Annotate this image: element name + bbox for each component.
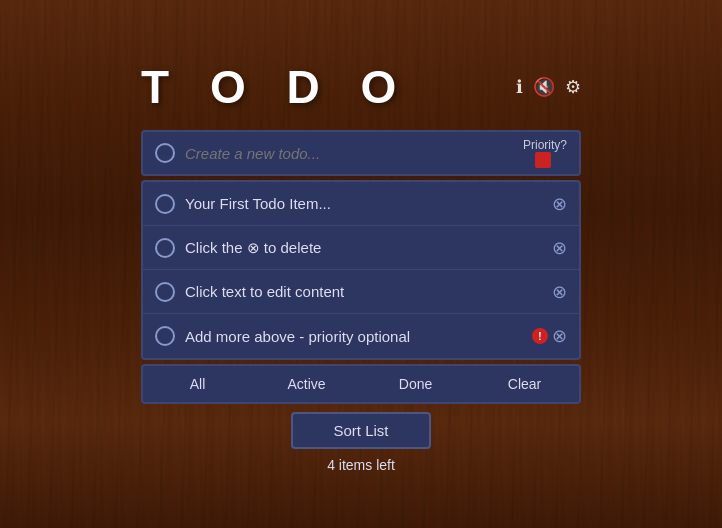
info-icon[interactable]: ℹ bbox=[516, 76, 523, 98]
filter-all-button[interactable]: All bbox=[143, 366, 252, 402]
delete-icon-4[interactable]: ⊗ bbox=[552, 327, 567, 345]
app-container: T O D O ℹ 🔇 ⚙ Priority? Your First Todo … bbox=[0, 0, 722, 473]
priority-label: Priority? bbox=[523, 138, 567, 152]
new-todo-input[interactable] bbox=[185, 145, 515, 162]
todo-actions-1: ⊗ bbox=[552, 195, 567, 213]
priority-checkbox[interactable] bbox=[535, 152, 551, 168]
delete-icon-3[interactable]: ⊗ bbox=[552, 283, 567, 301]
table-row: Click text to edit content ⊗ bbox=[143, 270, 579, 314]
priority-col: Priority? bbox=[515, 138, 567, 168]
main-panel: Priority? Your First Todo Item... ⊗ Clic… bbox=[141, 130, 581, 473]
todo-text-2[interactable]: Click the ⊗ to delete bbox=[185, 239, 552, 257]
settings-icon[interactable]: ⚙ bbox=[565, 76, 581, 98]
todo-actions-4: ! ⊗ bbox=[532, 327, 567, 345]
filter-clear-button[interactable]: Clear bbox=[470, 366, 579, 402]
filter-active-button[interactable]: Active bbox=[252, 366, 361, 402]
new-todo-circle bbox=[155, 143, 175, 163]
todo-checkbox-1[interactable] bbox=[155, 194, 175, 214]
table-row: Add more above - priority optional ! ⊗ bbox=[143, 314, 579, 358]
todo-checkbox-4[interactable] bbox=[155, 326, 175, 346]
todo-text-1[interactable]: Your First Todo Item... bbox=[185, 195, 552, 212]
sound-icon[interactable]: 🔇 bbox=[533, 76, 555, 98]
todo-text-4[interactable]: Add more above - priority optional bbox=[185, 328, 532, 345]
table-row: Click the ⊗ to delete ⊗ bbox=[143, 226, 579, 270]
delete-icon-1[interactable]: ⊗ bbox=[552, 195, 567, 213]
todo-list: Your First Todo Item... ⊗ Click the ⊗ to… bbox=[141, 180, 581, 360]
header: T O D O ℹ 🔇 ⚙ bbox=[141, 60, 581, 114]
todo-checkbox-3[interactable] bbox=[155, 282, 175, 302]
delete-icon-2[interactable]: ⊗ bbox=[552, 239, 567, 257]
app-title: T O D O bbox=[141, 60, 410, 114]
sort-list-button[interactable]: Sort List bbox=[291, 412, 430, 449]
priority-indicator-4: ! bbox=[532, 328, 548, 344]
new-todo-row: Priority? bbox=[141, 130, 581, 176]
header-icons: ℹ 🔇 ⚙ bbox=[516, 76, 581, 98]
filter-bar: All Active Done Clear bbox=[141, 364, 581, 404]
table-row: Your First Todo Item... ⊗ bbox=[143, 182, 579, 226]
todo-actions-2: ⊗ bbox=[552, 239, 567, 257]
todo-actions-3: ⊗ bbox=[552, 283, 567, 301]
todo-checkbox-2[interactable] bbox=[155, 238, 175, 258]
todo-text-3[interactable]: Click text to edit content bbox=[185, 283, 552, 300]
filter-done-button[interactable]: Done bbox=[361, 366, 470, 402]
items-count: 4 items left bbox=[141, 457, 581, 473]
